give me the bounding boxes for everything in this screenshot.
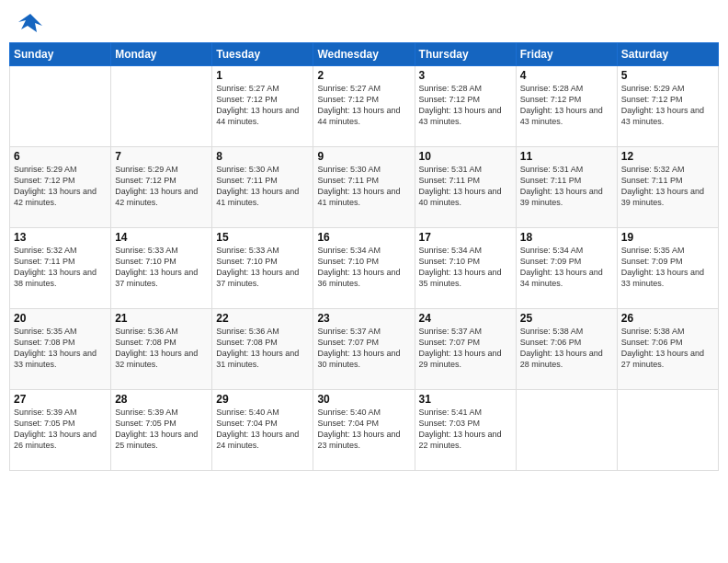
day-number: 27 xyxy=(14,393,107,406)
day-info: Sunrise: 5:31 AM Sunset: 7:11 PM Dayligh… xyxy=(520,164,613,209)
day-number: 12 xyxy=(621,150,714,163)
calendar-cell: 25Sunrise: 5:38 AM Sunset: 7:06 PM Dayli… xyxy=(516,309,617,390)
day-number: 31 xyxy=(419,393,512,406)
calendar-cell: 29Sunrise: 5:40 AM Sunset: 7:04 PM Dayli… xyxy=(212,390,313,471)
day-info: Sunrise: 5:28 AM Sunset: 7:12 PM Dayligh… xyxy=(419,83,512,128)
page-header xyxy=(9,9,719,37)
calendar-week-4: 20Sunrise: 5:35 AM Sunset: 7:08 PM Dayli… xyxy=(10,309,719,390)
day-info: Sunrise: 5:36 AM Sunset: 7:08 PM Dayligh… xyxy=(216,326,309,371)
svg-marker-0 xyxy=(18,14,42,32)
calendar-cell: 2Sunrise: 5:27 AM Sunset: 7:12 PM Daylig… xyxy=(313,66,415,147)
day-info: Sunrise: 5:40 AM Sunset: 7:04 PM Dayligh… xyxy=(317,407,410,452)
day-number: 14 xyxy=(115,231,208,244)
day-info: Sunrise: 5:27 AM Sunset: 7:12 PM Dayligh… xyxy=(317,83,410,128)
day-number: 9 xyxy=(317,150,410,163)
weekday-header-friday: Friday xyxy=(516,43,617,66)
day-info: Sunrise: 5:37 AM Sunset: 7:07 PM Dayligh… xyxy=(419,326,512,371)
day-info: Sunrise: 5:29 AM Sunset: 7:12 PM Dayligh… xyxy=(14,164,107,209)
calendar-cell: 11Sunrise: 5:31 AM Sunset: 7:11 PM Dayli… xyxy=(516,147,617,228)
day-info: Sunrise: 5:29 AM Sunset: 7:12 PM Dayligh… xyxy=(621,83,714,128)
day-number: 3 xyxy=(419,69,512,82)
day-number: 16 xyxy=(317,231,410,244)
day-info: Sunrise: 5:30 AM Sunset: 7:11 PM Dayligh… xyxy=(216,164,309,209)
day-info: Sunrise: 5:34 AM Sunset: 7:10 PM Dayligh… xyxy=(317,245,410,290)
calendar-cell: 14Sunrise: 5:33 AM Sunset: 7:10 PM Dayli… xyxy=(111,228,212,309)
calendar-cell: 5Sunrise: 5:29 AM Sunset: 7:12 PM Daylig… xyxy=(617,66,718,147)
day-info: Sunrise: 5:39 AM Sunset: 7:05 PM Dayligh… xyxy=(115,407,208,452)
calendar-week-3: 13Sunrise: 5:32 AM Sunset: 7:11 PM Dayli… xyxy=(10,228,719,309)
logo xyxy=(13,9,44,37)
calendar-cell: 27Sunrise: 5:39 AM Sunset: 7:05 PM Dayli… xyxy=(10,390,111,471)
day-number: 13 xyxy=(14,231,107,244)
calendar-cell: 23Sunrise: 5:37 AM Sunset: 7:07 PM Dayli… xyxy=(313,309,415,390)
day-number: 19 xyxy=(621,231,714,244)
calendar-cell: 22Sunrise: 5:36 AM Sunset: 7:08 PM Dayli… xyxy=(212,309,313,390)
calendar-cell: 21Sunrise: 5:36 AM Sunset: 7:08 PM Dayli… xyxy=(111,309,212,390)
day-number: 8 xyxy=(216,150,309,163)
weekday-header-row: SundayMondayTuesdayWednesdayThursdayFrid… xyxy=(10,43,719,66)
calendar-cell xyxy=(516,390,617,471)
calendar-cell: 12Sunrise: 5:32 AM Sunset: 7:11 PM Dayli… xyxy=(617,147,718,228)
day-number: 5 xyxy=(621,69,714,82)
day-info: Sunrise: 5:32 AM Sunset: 7:11 PM Dayligh… xyxy=(14,245,107,290)
day-number: 18 xyxy=(520,231,613,244)
calendar-cell xyxy=(10,66,111,147)
calendar-cell: 24Sunrise: 5:37 AM Sunset: 7:07 PM Dayli… xyxy=(415,309,516,390)
calendar-cell: 4Sunrise: 5:28 AM Sunset: 7:12 PM Daylig… xyxy=(516,66,617,147)
day-info: Sunrise: 5:39 AM Sunset: 7:05 PM Dayligh… xyxy=(14,407,107,452)
calendar-cell xyxy=(111,66,212,147)
day-number: 6 xyxy=(14,150,107,163)
day-number: 28 xyxy=(115,393,208,406)
weekday-header-saturday: Saturday xyxy=(617,43,718,66)
day-info: Sunrise: 5:31 AM Sunset: 7:11 PM Dayligh… xyxy=(419,164,512,209)
day-info: Sunrise: 5:35 AM Sunset: 7:09 PM Dayligh… xyxy=(621,245,714,290)
day-info: Sunrise: 5:29 AM Sunset: 7:12 PM Dayligh… xyxy=(115,164,208,209)
calendar-cell: 31Sunrise: 5:41 AM Sunset: 7:03 PM Dayli… xyxy=(415,390,516,471)
day-number: 1 xyxy=(216,69,309,82)
calendar-cell: 20Sunrise: 5:35 AM Sunset: 7:08 PM Dayli… xyxy=(10,309,111,390)
calendar-week-5: 27Sunrise: 5:39 AM Sunset: 7:05 PM Dayli… xyxy=(10,390,719,471)
calendar-cell: 15Sunrise: 5:33 AM Sunset: 7:10 PM Dayli… xyxy=(212,228,313,309)
day-number: 11 xyxy=(520,150,613,163)
weekday-header-monday: Monday xyxy=(111,43,212,66)
calendar-cell xyxy=(617,390,718,471)
day-number: 7 xyxy=(115,150,208,163)
weekday-header-wednesday: Wednesday xyxy=(313,43,415,66)
day-info: Sunrise: 5:35 AM Sunset: 7:08 PM Dayligh… xyxy=(14,326,107,371)
calendar-cell: 30Sunrise: 5:40 AM Sunset: 7:04 PM Dayli… xyxy=(313,390,415,471)
day-info: Sunrise: 5:33 AM Sunset: 7:10 PM Dayligh… xyxy=(115,245,208,290)
day-number: 30 xyxy=(317,393,410,406)
day-info: Sunrise: 5:38 AM Sunset: 7:06 PM Dayligh… xyxy=(621,326,714,371)
calendar-cell: 16Sunrise: 5:34 AM Sunset: 7:10 PM Dayli… xyxy=(313,228,415,309)
logo-bird-icon xyxy=(17,9,44,37)
day-info: Sunrise: 5:30 AM Sunset: 7:11 PM Dayligh… xyxy=(317,164,410,209)
day-number: 21 xyxy=(115,312,208,325)
day-number: 22 xyxy=(216,312,309,325)
day-info: Sunrise: 5:41 AM Sunset: 7:03 PM Dayligh… xyxy=(419,407,512,452)
day-number: 26 xyxy=(621,312,714,325)
day-info: Sunrise: 5:28 AM Sunset: 7:12 PM Dayligh… xyxy=(520,83,613,128)
day-info: Sunrise: 5:33 AM Sunset: 7:10 PM Dayligh… xyxy=(216,245,309,290)
day-number: 15 xyxy=(216,231,309,244)
calendar-week-2: 6Sunrise: 5:29 AM Sunset: 7:12 PM Daylig… xyxy=(10,147,719,228)
weekday-header-sunday: Sunday xyxy=(10,43,111,66)
calendar-week-1: 1Sunrise: 5:27 AM Sunset: 7:12 PM Daylig… xyxy=(10,66,719,147)
day-info: Sunrise: 5:34 AM Sunset: 7:09 PM Dayligh… xyxy=(520,245,613,290)
calendar-cell: 17Sunrise: 5:34 AM Sunset: 7:10 PM Dayli… xyxy=(415,228,516,309)
day-info: Sunrise: 5:38 AM Sunset: 7:06 PM Dayligh… xyxy=(520,326,613,371)
day-info: Sunrise: 5:32 AM Sunset: 7:11 PM Dayligh… xyxy=(621,164,714,209)
day-info: Sunrise: 5:37 AM Sunset: 7:07 PM Dayligh… xyxy=(317,326,410,371)
day-info: Sunrise: 5:34 AM Sunset: 7:10 PM Dayligh… xyxy=(419,245,512,290)
day-number: 29 xyxy=(216,393,309,406)
day-number: 20 xyxy=(14,312,107,325)
calendar-cell: 8Sunrise: 5:30 AM Sunset: 7:11 PM Daylig… xyxy=(212,147,313,228)
calendar-cell: 1Sunrise: 5:27 AM Sunset: 7:12 PM Daylig… xyxy=(212,66,313,147)
day-number: 25 xyxy=(520,312,613,325)
day-number: 24 xyxy=(419,312,512,325)
calendar-cell: 26Sunrise: 5:38 AM Sunset: 7:06 PM Dayli… xyxy=(617,309,718,390)
day-number: 4 xyxy=(520,69,613,82)
day-info: Sunrise: 5:36 AM Sunset: 7:08 PM Dayligh… xyxy=(115,326,208,371)
day-number: 2 xyxy=(317,69,410,82)
calendar-cell: 18Sunrise: 5:34 AM Sunset: 7:09 PM Dayli… xyxy=(516,228,617,309)
calendar-cell: 19Sunrise: 5:35 AM Sunset: 7:09 PM Dayli… xyxy=(617,228,718,309)
